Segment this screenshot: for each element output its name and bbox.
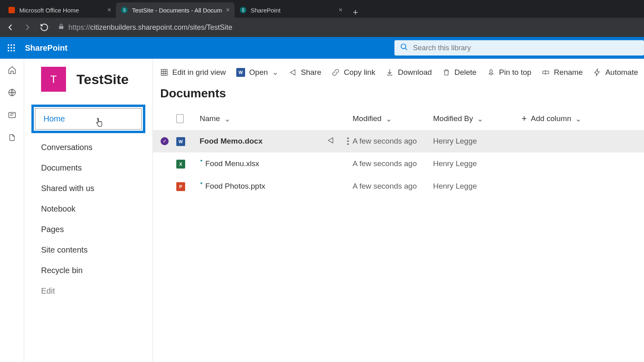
file-name[interactable]: Food Menu.xlsx — [205, 159, 259, 168]
app-rail — [0, 59, 24, 362]
nav-item-label: Shared with us — [41, 184, 94, 193]
modified-cell: A few seconds ago — [353, 137, 433, 146]
modified-by-cell: Henry Legge — [433, 137, 522, 146]
nav-item-label: Conversations — [41, 143, 93, 152]
globe-icon[interactable] — [7, 88, 17, 97]
svg-point-9 — [10, 47, 12, 49]
search-box[interactable] — [394, 40, 644, 56]
page-title: Documents — [153, 84, 644, 107]
edit-grid-button[interactable]: Edit in grid view — [160, 68, 226, 77]
files-icon[interactable] — [7, 133, 17, 142]
close-icon[interactable]: × — [107, 6, 111, 14]
url-field[interactable]: https://citizenbuilders.sharepoint.com/s… — [56, 23, 639, 32]
new-indicator-icon: ✦ — [200, 181, 203, 185]
svg-point-8 — [8, 47, 9, 49]
site-tile[interactable]: T — [41, 67, 66, 92]
nav-item-recycle-bin[interactable]: Recycle bin — [24, 260, 153, 281]
svg-rect-16 — [8, 113, 15, 118]
add-column-button[interactable]: +Add column⌄ — [522, 113, 610, 124]
nav-item-edit[interactable]: Edit — [24, 281, 153, 301]
table-row[interactable]: ✓ W Food Memo.docx ⋯ A few seconds ago H… — [153, 130, 644, 152]
download-button[interactable]: Download — [386, 68, 432, 77]
modified-by-cell: Henry Legge — [433, 159, 522, 168]
browser-tab[interactable]: Microsoft Office Home × — [3, 2, 116, 18]
browser-tab-active[interactable]: S TestSite - Documents - All Docum × — [116, 2, 235, 18]
svg-point-14 — [401, 44, 406, 49]
open-button[interactable]: W Open ⌄ — [236, 68, 278, 77]
copy-link-button[interactable]: Copy link — [332, 68, 375, 77]
col-modified-by[interactable]: Modified By⌄ — [433, 114, 522, 123]
search-input[interactable] — [413, 44, 638, 52]
nav-item-shared[interactable]: Shared with us — [24, 178, 153, 199]
nav-item-pages[interactable]: Pages — [24, 219, 153, 240]
cmd-label: Edit in grid view — [172, 68, 226, 77]
nav-item-label: Recycle bin — [41, 266, 83, 275]
nav-list: Home Conversations Documents Shared with… — [24, 99, 153, 301]
nav-item-home[interactable]: Home — [31, 105, 145, 133]
cmd-label: Delete — [454, 68, 477, 77]
home-icon[interactable] — [7, 65, 17, 75]
cmd-label: Open — [249, 68, 268, 77]
svg-point-13 — [13, 50, 15, 51]
table-row[interactable]: X ✦ Food Menu.xlsx A few seconds ago Hen… — [153, 152, 644, 175]
cmd-label: Automate — [605, 68, 638, 77]
share-button[interactable]: Share — [289, 68, 322, 77]
nav-item-label: Edit — [41, 286, 55, 295]
excel-icon: X — [176, 160, 185, 169]
col-label: Modified By — [433, 114, 473, 123]
close-icon[interactable]: × — [226, 6, 229, 14]
share-icon[interactable] — [327, 136, 335, 146]
nav-item-label: Home — [43, 114, 65, 123]
col-file-type[interactable] — [176, 114, 200, 123]
nav-item-documents[interactable]: Documents — [24, 158, 153, 178]
automate-button[interactable]: Automate — [593, 68, 638, 77]
search-icon — [400, 43, 408, 53]
site-title[interactable]: TestSite — [76, 72, 129, 87]
svg-point-10 — [13, 47, 15, 49]
left-nav: T TestSite Home Conversations Documents … — [24, 59, 153, 362]
col-modified[interactable]: Modified⌄ — [353, 114, 433, 123]
pin-button[interactable]: Pin to top — [487, 68, 531, 77]
main-content: Edit in grid view W Open ⌄ Share Copy li… — [153, 59, 644, 362]
word-icon: W — [176, 137, 185, 146]
app-launcher-icon[interactable] — [0, 44, 23, 52]
cmd-label: Rename — [554, 68, 583, 77]
browser-tab[interactable]: S SharePoint × — [235, 2, 347, 18]
word-icon: W — [236, 68, 245, 77]
col-name[interactable]: Name⌄ — [200, 114, 353, 123]
svg-rect-17 — [161, 69, 167, 75]
row-select-checked-icon[interactable]: ✓ — [161, 137, 169, 145]
new-tab-button[interactable]: + — [347, 7, 364, 18]
chevron-down-icon: ⌄ — [477, 114, 483, 123]
nav-item-label: Pages — [41, 225, 64, 234]
back-button[interactable] — [5, 22, 16, 33]
sharepoint-brand[interactable]: SharePoint — [25, 43, 68, 53]
delete-button[interactable]: Delete — [442, 68, 477, 77]
chevron-down-icon: ⌄ — [272, 68, 279, 77]
forward-button[interactable] — [22, 22, 33, 33]
file-name[interactable]: Food Photos.pptx — [205, 182, 265, 191]
browser-address-bar: https://citizenbuilders.sharepoint.com/s… — [0, 18, 644, 37]
svg-point-12 — [10, 50, 12, 51]
close-icon[interactable]: × — [339, 6, 342, 14]
cursor-icon — [94, 117, 105, 132]
nav-item-site-contents[interactable]: Site contents — [24, 240, 153, 260]
chevron-down-icon: ⌄ — [224, 114, 231, 123]
file-name[interactable]: Food Memo.docx — [200, 137, 262, 146]
news-icon[interactable] — [7, 110, 17, 120]
cmd-label: Copy link — [344, 68, 375, 77]
col-label: Name — [200, 114, 220, 123]
rename-button[interactable]: Rename — [542, 68, 583, 77]
modified-cell: A few seconds ago — [353, 182, 433, 191]
nav-item-notebook[interactable]: Notebook — [24, 199, 153, 219]
modified-cell: A few seconds ago — [353, 159, 433, 168]
reload-button[interactable] — [39, 22, 50, 33]
nav-item-conversations[interactable]: Conversations — [24, 137, 153, 158]
svg-rect-18 — [543, 71, 549, 74]
powerpoint-icon: P — [176, 182, 185, 191]
more-icon[interactable]: ⋯ — [343, 137, 353, 146]
table-row[interactable]: P ✦ Food Photos.pptx A few seconds ago H… — [153, 175, 644, 197]
table-header: Name⌄ Modified⌄ Modified By⌄ +Add column… — [153, 107, 644, 130]
modified-by-cell: Henry Legge — [433, 182, 522, 191]
svg-point-5 — [8, 44, 9, 46]
